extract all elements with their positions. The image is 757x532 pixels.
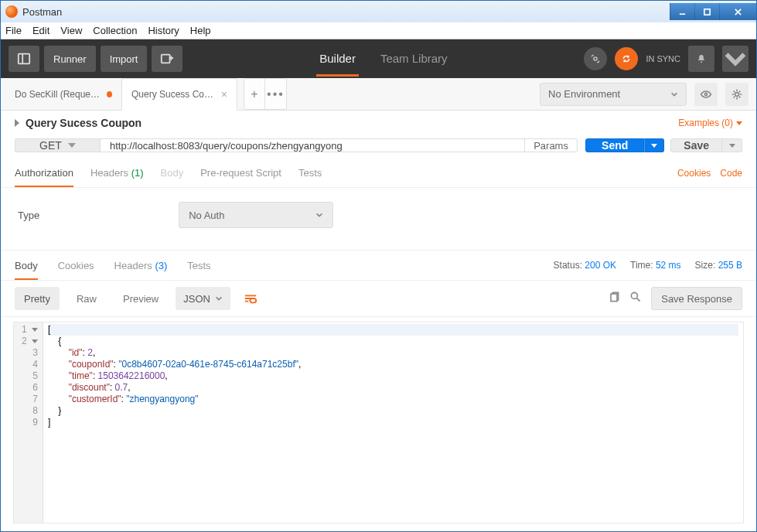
svg-rect-6 bbox=[162, 55, 170, 63]
request-title: Query Sucess Coupon bbox=[15, 117, 142, 129]
save-options-button[interactable] bbox=[722, 138, 742, 152]
auth-type-label: Type bbox=[18, 210, 39, 221]
request-tab-0[interactable]: Do SecKill (Request Co bbox=[5, 78, 121, 110]
tab-builder[interactable]: Builder bbox=[316, 41, 359, 77]
menu-view[interactable]: View bbox=[60, 25, 82, 36]
subtab-headers[interactable]: Headers (1) bbox=[90, 159, 144, 187]
svg-point-11 bbox=[704, 93, 707, 95]
chevron-down-icon bbox=[68, 143, 76, 148]
collapse-caret-icon[interactable] bbox=[15, 119, 19, 127]
copy-response-button[interactable] bbox=[608, 291, 620, 306]
new-window-button[interactable] bbox=[152, 46, 182, 72]
format-preview[interactable]: Preview bbox=[114, 287, 168, 310]
subtab-tests[interactable]: Tests bbox=[298, 159, 322, 187]
line-gutter: 1 2 3 4 5 6 7 8 9 bbox=[14, 322, 43, 523]
cookies-link[interactable]: Cookies bbox=[677, 168, 711, 179]
unsaved-dot-icon bbox=[107, 91, 112, 97]
svg-point-16 bbox=[632, 292, 638, 298]
auth-type-select[interactable]: No Auth bbox=[179, 202, 333, 228]
resptab-body[interactable]: Body bbox=[15, 251, 38, 280]
code-body[interactable]: [ { "id": 2, "couponId": "0c8b4607-02a0-… bbox=[43, 322, 743, 523]
menu-collection[interactable]: Collection bbox=[93, 25, 137, 36]
subtab-body[interactable]: Body bbox=[161, 159, 184, 187]
resptab-headers[interactable]: Headers (3) bbox=[114, 251, 168, 280]
svg-point-12 bbox=[735, 92, 739, 96]
maximize-button[interactable] bbox=[694, 3, 719, 20]
env-quicklook-button[interactable] bbox=[694, 83, 718, 106]
subtab-authorization[interactable]: Authorization bbox=[15, 159, 73, 187]
request-subtabs: Authorization Headers (1) Body Pre-reque… bbox=[1, 159, 756, 188]
minimize-button[interactable] bbox=[670, 3, 694, 20]
response-status: Status: 200 OK Time: 52 ms Size: 255 B bbox=[554, 260, 742, 271]
sync-status-label: IN SYNC bbox=[646, 54, 680, 63]
format-pretty[interactable]: Pretty bbox=[15, 287, 60, 310]
send-button[interactable]: Send bbox=[585, 138, 644, 152]
request-tabbar: Do SecKill (Request Co Query Sucess Coup… bbox=[1, 78, 756, 111]
new-tab-button[interactable]: + bbox=[244, 78, 265, 110]
capture-icon[interactable] bbox=[584, 47, 607, 70]
request-tab-1[interactable]: Query Sucess Coupon × bbox=[121, 78, 237, 111]
menu-history[interactable]: History bbox=[148, 25, 179, 36]
svg-line-17 bbox=[637, 298, 640, 302]
search-response-button[interactable] bbox=[629, 291, 642, 306]
svg-point-9 bbox=[594, 57, 597, 60]
menu-edit[interactable]: Edit bbox=[32, 25, 49, 36]
wrap-lines-button[interactable] bbox=[238, 287, 263, 310]
save-response-button[interactable]: Save Response bbox=[651, 287, 742, 310]
method-select[interactable]: GET bbox=[15, 138, 100, 152]
svg-rect-4 bbox=[19, 54, 29, 64]
user-menu-button[interactable] bbox=[722, 46, 748, 72]
url-input[interactable] bbox=[100, 138, 525, 152]
notifications-button[interactable] bbox=[688, 46, 714, 72]
resptab-tests[interactable]: Tests bbox=[187, 251, 210, 280]
save-button[interactable]: Save bbox=[670, 138, 722, 152]
runner-button[interactable]: Runner bbox=[44, 46, 96, 72]
close-tab-icon[interactable]: × bbox=[221, 88, 227, 101]
import-button[interactable]: Import bbox=[101, 46, 148, 72]
subtab-prerequest[interactable]: Pre-request Script bbox=[200, 159, 281, 187]
format-mode-select[interactable]: JSON bbox=[176, 287, 230, 310]
tab-team-library[interactable]: Team Library bbox=[377, 41, 451, 77]
menu-file[interactable]: File bbox=[5, 25, 22, 36]
menu-help[interactable]: Help bbox=[190, 25, 211, 36]
svg-point-10 bbox=[701, 61, 702, 63]
chevron-down-icon bbox=[736, 121, 742, 125]
tab-options-button[interactable]: ••• bbox=[265, 78, 287, 110]
menubar: File Edit View Collection History Help bbox=[1, 22, 756, 39]
response-body: 1 2 3 4 5 6 7 8 9 [ { "id": 2, "couponId… bbox=[13, 322, 744, 523]
response-tabs: Body Cookies Headers (3) Tests Status: 2… bbox=[1, 250, 756, 281]
svg-rect-1 bbox=[704, 9, 710, 14]
svg-rect-15 bbox=[611, 294, 617, 302]
environment-select[interactable]: No Environment bbox=[540, 83, 687, 106]
postman-icon bbox=[5, 5, 18, 18]
settings-button[interactable] bbox=[725, 83, 748, 106]
close-button[interactable] bbox=[719, 3, 756, 20]
toggle-sidebar-button[interactable] bbox=[9, 46, 39, 72]
app-topbar: Runner Import Builder Team Library IN SY… bbox=[1, 39, 756, 78]
params-button[interactable]: Params bbox=[525, 138, 578, 152]
resptab-cookies[interactable]: Cookies bbox=[58, 251, 94, 280]
window-title: Postman bbox=[22, 6, 62, 18]
window-titlebar: Postman bbox=[1, 1, 756, 22]
code-link[interactable]: Code bbox=[720, 168, 742, 179]
sync-icon[interactable] bbox=[615, 47, 638, 70]
send-options-button[interactable] bbox=[644, 138, 664, 152]
examples-link[interactable]: Examples (0) bbox=[678, 118, 742, 128]
format-raw[interactable]: Raw bbox=[67, 287, 106, 310]
